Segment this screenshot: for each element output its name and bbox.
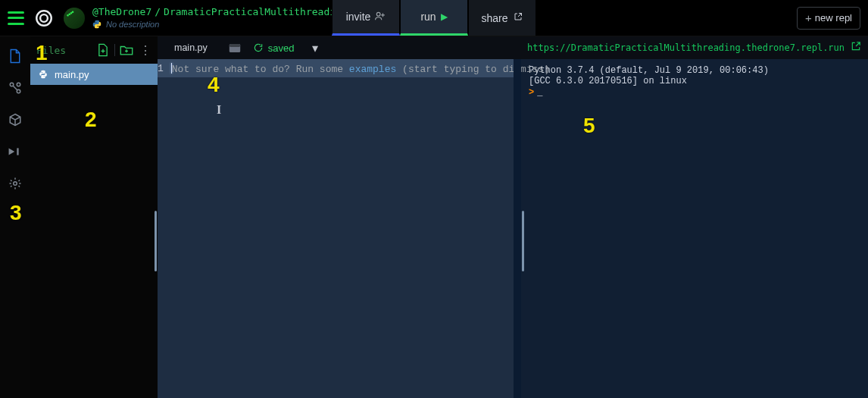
editor-tab-main-py[interactable]: main.py [161,36,221,59]
code-area[interactable]: 1 Not sure what to do? Run some examples… [158,59,521,398]
file-tree-title: Files [36,45,92,56]
logo-icon[interactable] [33,8,55,29]
run-button[interactable]: run ▶ [400,0,468,36]
terminal-line-2: [GCC 6.3.0 20170516] on linux [529,76,860,86]
placeholder-hint-post: (start typing to dismiss) [396,64,550,75]
invite-button[interactable]: invite [332,0,400,36]
terminal-line-1: Python 3.7.4 (default, Jul 9 2019, 00:06… [529,65,860,76]
file-item-main-py[interactable]: main.py [30,64,158,85]
version-control-icon[interactable] [8,80,23,96]
new-repl-button[interactable]: + new repl [797,7,860,30]
breadcrumb-separator: / [155,7,161,18]
svg-rect-6 [17,148,18,155]
packages-icon[interactable] [8,112,23,127]
code-content[interactable]: Not sure what to do? Run some examples (… [171,59,557,398]
terminal-output[interactable]: Python 3.7.4 (default, Jul 9 2019, 00:06… [521,59,868,398]
share-icon [513,12,523,24]
svg-point-7 [14,182,17,186]
file-tree-header: Files ⋮ [30,36,158,64]
line-gutter: 1 [158,59,171,398]
project-breadcrumb: @TheDrone7 / DramaticPracticalMultithrea… [92,7,361,30]
editor-panel: main.py saved ▾ 1 Not sure what to do? R… [158,36,521,398]
center-actions: invite run ▶ share [332,0,536,36]
line-number: 1 [158,63,164,74]
reload-icon [253,42,264,53]
play-icon: ▶ [441,11,448,22]
top-bar: @TheDrone7 / DramaticPracticalMultithrea… [0,0,868,36]
repl-url-link[interactable]: https://DramaticPracticalMultithreading.… [527,42,845,53]
new-folder-icon[interactable] [120,43,133,57]
share-label: share [481,12,507,24]
file-tree-panel: Files ⋮ main.py [30,36,158,398]
activity-bar [0,36,30,398]
divider [114,44,115,56]
console-url-bar: https://DramaticPracticalMultithreading.… [521,36,868,59]
svg-point-2 [377,12,381,16]
run-label: run [420,11,436,23]
python-icon [92,20,101,29]
examples-link[interactable]: examples [349,64,396,75]
user-avatar[interactable] [64,8,85,29]
svg-rect-9 [229,43,240,46]
python-file-icon [38,69,48,80]
workspace: Files ⋮ main.py main.py [0,36,868,398]
placeholder-hint-pre: Not sure what to do? Run some [172,64,349,75]
app-root: @TheDrone7 / DramaticPracticalMultithrea… [0,0,868,398]
file-name: main.py [55,69,89,80]
files-tab-icon[interactable] [8,49,23,64]
resize-handle-left[interactable] [155,211,157,271]
settings-icon[interactable] [8,176,23,191]
resize-handle-right[interactable] [522,211,524,271]
svg-point-5 [17,83,20,86]
plus-icon: + [805,11,812,24]
editor-menu-chevron-icon[interactable]: ▾ [306,40,324,55]
svg-point-0 [36,11,52,26]
svg-point-1 [40,14,48,22]
more-options-icon[interactable]: ⋮ [139,43,151,58]
user-link[interactable]: @TheDrone7 [92,7,151,18]
editor-tabs: main.py saved ▾ [158,36,521,59]
debugger-icon[interactable] [8,144,23,159]
open-external-icon[interactable] [851,41,861,55]
saved-label: saved [268,42,295,54]
project-name[interactable]: DramaticPracticalMultithreading [164,7,348,18]
console-panel: https://DramaticPracticalMultithreading.… [521,36,868,398]
new-repl-label: new repl [815,12,852,24]
terminal-prompt-line: >_ [529,87,860,98]
layout-card-icon[interactable] [226,40,244,55]
new-file-icon[interactable] [96,43,110,57]
hamburger-icon[interactable] [8,11,24,25]
save-status: saved [253,42,295,54]
share-button[interactable]: share [468,0,536,36]
project-description: No description [106,20,159,30]
person-plus-icon [375,11,386,23]
invite-label: invite [346,11,371,23]
